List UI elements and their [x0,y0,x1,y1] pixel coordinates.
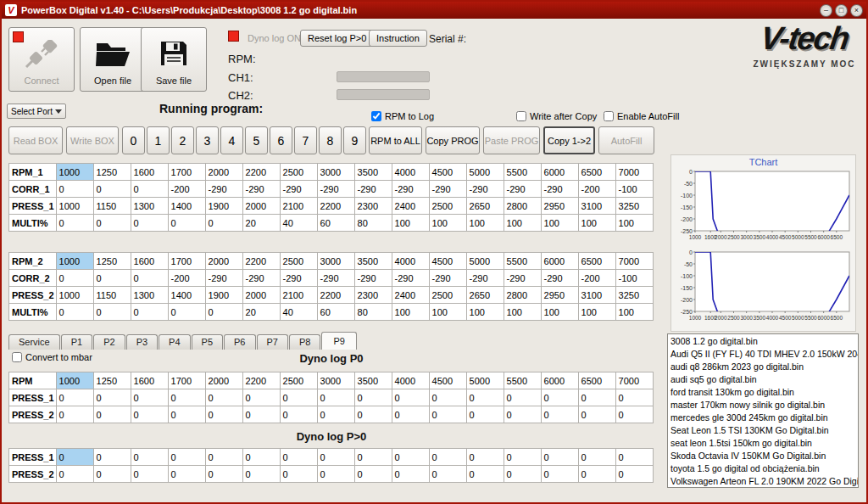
digit-button-4[interactable]: 4 [220,126,243,154]
grid-cell[interactable]: 0 [93,215,131,232]
copy-1-to-2-button[interactable]: Copy 1->2 [543,126,595,154]
file-list-item[interactable]: Seat Leon 1.5 TSI 130KM Go Digital.bin [668,424,858,437]
grid-cell[interactable]: -200 [168,181,205,198]
grid-cell[interactable]: 0 [205,406,242,423]
tab-p4[interactable]: P4 [159,334,190,350]
grid-cell[interactable]: 20 [242,215,280,232]
grid-cell[interactable]: 0 [392,406,429,423]
minimize-button[interactable]: – [820,4,832,17]
grid-cell[interactable]: 0 [242,389,280,406]
grid-cell[interactable]: -290 [504,270,541,287]
grid-cell[interactable]: 5000 [466,164,504,181]
grid-cell[interactable]: -290 [392,270,429,287]
grid-cell[interactable]: 0 [504,406,541,423]
grid-cell[interactable]: 0 [242,466,280,483]
grid-cell[interactable]: 0 [429,406,466,423]
grid-cell[interactable]: -200 [578,181,615,198]
grid-cell[interactable]: -290 [280,270,317,287]
grid-cell[interactable]: 0 [131,304,168,321]
grid-cell[interactable]: 1900 [205,287,242,304]
grid-cell[interactable]: 0 [205,389,242,406]
grid-cell[interactable]: 1900 [205,198,242,215]
grid-cell[interactable]: 0 [131,406,168,423]
grid-cell[interactable]: 7000 [615,164,653,181]
grid-cell[interactable]: 0 [93,304,131,321]
grid-cell[interactable]: 100 [466,304,504,321]
grid-cell[interactable]: 5500 [504,372,541,389]
grid-cell[interactable]: 0 [354,406,392,423]
grid-cell[interactable]: 100 [392,304,429,321]
close-button[interactable]: × [850,4,863,17]
maximize-button[interactable]: □ [835,4,848,17]
grid-cell[interactable]: 0 [615,449,653,466]
digit-button-8[interactable]: 8 [319,126,342,154]
grid-cell[interactable]: 40 [280,304,317,321]
grid-cell[interactable]: 1000 [56,287,93,304]
file-list-item[interactable]: mercedes gle 300d 245km go digital.bin [668,412,858,424]
grid-cell[interactable]: 2200 [242,253,280,270]
grid-cell[interactable]: -290 [354,270,392,287]
grid-cell[interactable]: 0 [578,406,615,423]
grid-cell[interactable]: 2300 [354,198,392,215]
grid-cell[interactable]: 1250 [93,164,131,181]
grid-cell[interactable]: 80 [354,304,392,321]
file-list-item[interactable]: 3008 1.2 go digital.bin [668,335,858,348]
grid-cell[interactable]: -290 [541,270,578,287]
grid-cell[interactable]: 100 [392,215,429,232]
grid-cell[interactable]: 5500 [504,164,541,181]
grid-cell[interactable]: 0 [578,449,615,466]
grid-cell[interactable]: 0 [56,449,93,466]
grid-cell[interactable]: 2000 [205,164,242,181]
grid-cell[interactable]: 0 [392,449,429,466]
grid-cell[interactable]: 0 [56,406,93,423]
grid-cell[interactable]: 1400 [168,287,205,304]
grid-cell[interactable]: 3000 [317,372,354,389]
grid-cell[interactable]: 0 [242,449,280,466]
grid-cell[interactable]: 6000 [541,164,578,181]
grid-cell[interactable]: 4000 [392,253,429,270]
grid-cell[interactable]: 0 [615,389,653,406]
grid-cell[interactable]: 100 [578,304,615,321]
digit-button-7[interactable]: 7 [294,126,317,154]
open-file-button[interactable]: Open file [80,27,146,92]
grid-cell[interactable]: 60 [317,304,354,321]
grid-cell[interactable]: -290 [392,181,429,198]
grid-cell[interactable]: 3000 [317,253,354,270]
grid-cell[interactable]: 0 [354,389,392,406]
grid-cell[interactable]: 0 [541,389,578,406]
grid-cell[interactable]: -290 [317,181,354,198]
grid-cell[interactable]: 1000 [56,198,93,215]
grid-cell[interactable]: 2100 [280,287,317,304]
file-list-item[interactable]: Audi Q5 II (FY FL) 40 TDI MHEV 2.0 150kW… [668,348,858,361]
grid-cell[interactable]: 0 [317,406,354,423]
grid-cell[interactable]: 100 [578,215,615,232]
grid-cell[interactable]: 5000 [466,253,504,270]
grid-cell[interactable]: 1150 [93,287,131,304]
read-box-button[interactable]: Read BOX [8,126,63,154]
grid-cell[interactable]: -290 [317,270,354,287]
grid-cell[interactable]: 0 [466,389,504,406]
grid-cell[interactable]: 1000 [56,372,93,389]
grid-cell[interactable]: 7000 [615,372,653,389]
grid-cell[interactable]: 3000 [317,164,354,181]
file-list-item[interactable]: toyota 1.5 go digital od obciążenia.bin [668,462,858,475]
grid-cell[interactable]: 0 [56,215,93,232]
checkbox-write-after-copy[interactable]: Write after Copy [516,111,597,121]
digit-button-5[interactable]: 5 [245,126,268,154]
digit-button-6[interactable]: 6 [270,126,292,154]
reset-log-button[interactable]: Reset log P>0 [300,30,374,47]
tab-service[interactable]: Service [8,334,60,350]
tab-p3[interactable]: P3 [126,334,158,350]
grid-cell[interactable]: -200 [578,270,615,287]
grid-cell[interactable]: 0 [168,449,205,466]
grid-cell[interactable]: 1600 [131,372,168,389]
grid-cell[interactable]: 0 [354,449,392,466]
grid-cell[interactable]: 2950 [541,287,578,304]
grid-cell[interactable]: 6500 [578,164,615,181]
grid-cell[interactable]: 0 [131,270,168,287]
grid-cell[interactable]: 3250 [615,287,653,304]
tab-p5[interactable]: P5 [192,334,223,350]
grid-cell[interactable]: 2300 [354,287,392,304]
grid-cell[interactable]: -200 [168,270,205,287]
grid-cell[interactable]: 100 [429,215,466,232]
